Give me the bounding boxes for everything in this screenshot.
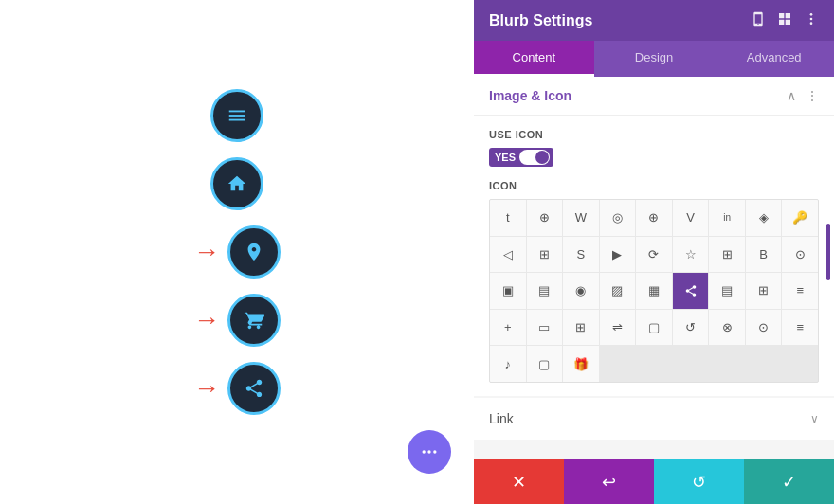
- use-icon-label: Use Icon: [489, 129, 819, 140]
- fab-button[interactable]: [408, 430, 451, 474]
- red-arrow-share: →: [193, 375, 220, 402]
- panel-header: Blurb Settings: [474, 0, 834, 41]
- svg-point-6: [810, 13, 813, 16]
- icon-cell-vimeo[interactable]: V: [673, 200, 709, 236]
- canvas-icon-share[interactable]: [227, 362, 281, 415]
- tab-design[interactable]: Design: [594, 41, 715, 77]
- icon-cell-music[interactable]: ♪: [490, 346, 526, 382]
- icon-cell-share-selected[interactable]: [673, 273, 709, 309]
- icon-cell-text[interactable]: ▤: [709, 273, 745, 309]
- icon-cell-linkedin[interactable]: in: [709, 200, 745, 236]
- icon-cell-share2[interactable]: ◁: [490, 237, 526, 273]
- icon-cell-check[interactable]: ⊗: [709, 310, 745, 346]
- icon-grid: t ⊕ W ◎ ⊕ V in ◈ 🔑 ◁ ⊞ S ▶ ⟳ ☆ ⊞: [489, 199, 819, 383]
- panel-title: Blurb Settings: [489, 12, 592, 29]
- section-header: Image & Icon ∧ ⋮: [474, 77, 834, 116]
- canvas-icon-menu[interactable]: [210, 89, 263, 142]
- icon-cell-laptop[interactable]: ▢: [527, 346, 563, 382]
- icon-cell-box[interactable]: ⊞: [527, 237, 563, 273]
- icon-cell-window[interactable]: ▭: [527, 310, 563, 346]
- tab-content[interactable]: Content: [474, 41, 594, 77]
- settings-panel: Blurb Settings Content Design Advanced I…: [474, 0, 834, 504]
- icon-cell-clock[interactable]: ↺: [673, 310, 709, 346]
- red-arrow-cart: →: [193, 307, 220, 333]
- svg-point-8: [810, 22, 813, 25]
- svg-rect-0: [229, 111, 245, 113]
- svg-rect-1: [229, 115, 245, 117]
- undo-button[interactable]: ↩: [564, 459, 654, 504]
- icon-cell-refresh[interactable]: ⟳: [636, 237, 672, 273]
- layout-icon[interactable]: [777, 11, 792, 29]
- icon-cell-yt[interactable]: ▶: [600, 237, 636, 273]
- icon-cell-gift[interactable]: 🎁: [563, 346, 599, 382]
- use-icon-toggle[interactable]: YES: [489, 148, 553, 167]
- arrow-row-share: →: [193, 362, 281, 415]
- link-section: Link ∨: [474, 398, 834, 440]
- icon-cell-star[interactable]: ☆: [673, 237, 709, 273]
- icon-field-label: Icon: [489, 180, 819, 191]
- icon-cell-wordpress[interactable]: W: [563, 200, 599, 236]
- chevron-down-icon: ∨: [810, 412, 819, 425]
- icon-cell-sq1[interactable]: ▣: [490, 273, 526, 309]
- red-arrow-location: →: [193, 239, 220, 265]
- icon-cell-ring[interactable]: ⊙: [746, 310, 782, 346]
- more-options-icon[interactable]: [804, 11, 819, 29]
- icon-cell-rss[interactable]: ◈: [746, 200, 782, 236]
- icon-cell-g[interactable]: ⊕: [636, 200, 672, 236]
- canvas-icon-location[interactable]: [227, 225, 281, 279]
- location-icon: [244, 242, 264, 262]
- tab-advanced[interactable]: Advanced: [714, 41, 834, 77]
- icon-cell-instagram[interactable]: ◎: [600, 200, 636, 236]
- icon-cell-key[interactable]: 🔑: [782, 200, 818, 236]
- svg-point-4: [427, 450, 430, 453]
- icon-cell-rss2[interactable]: ◉: [563, 273, 599, 309]
- section-more-icon[interactable]: ⋮: [806, 88, 819, 103]
- svg-point-7: [810, 18, 813, 21]
- icon-cell-list[interactable]: ≡: [782, 273, 818, 309]
- svg-rect-2: [229, 119, 245, 121]
- image-icon-section: Image & Icon ∧ ⋮ Use Icon YES Icon: [474, 77, 834, 396]
- link-title: Link: [489, 411, 514, 426]
- icon-cell-monitor[interactable]: ▢: [636, 310, 672, 346]
- toggle-thumb: [535, 151, 549, 164]
- canvas-icon-cart[interactable]: [227, 294, 281, 347]
- svg-point-5: [433, 450, 436, 453]
- icon-cell-tumblr[interactable]: t: [490, 200, 526, 236]
- cancel-button[interactable]: ✕: [474, 459, 564, 504]
- tabs: Content Design Advanced: [474, 41, 834, 77]
- cart-icon: [244, 310, 264, 331]
- arrow-row-location: →: [193, 225, 281, 279]
- save-button[interactable]: ✓: [744, 459, 834, 504]
- collapse-icon[interactable]: ∧: [787, 88, 796, 103]
- canvas-area: → → →: [0, 0, 474, 504]
- icon-cell-skype[interactable]: S: [563, 237, 599, 273]
- icon-cell-sq2[interactable]: ▤: [527, 273, 563, 309]
- header-icons: [751, 11, 819, 29]
- icon-cell-img[interactable]: ▨: [600, 273, 636, 309]
- icon-cell-table[interactable]: ⊞: [746, 273, 782, 309]
- arrow-row-cart: →: [193, 294, 281, 347]
- home-icon: [227, 173, 247, 194]
- more-icon: [420, 442, 439, 461]
- redo-icon: ↺: [692, 472, 706, 493]
- share-icon: [244, 378, 264, 399]
- icon-cell-lines[interactable]: ≡: [782, 310, 818, 346]
- bottom-toolbar: ✕ ↩ ↺ ✓: [474, 459, 834, 504]
- icon-cell-arrows[interactable]: ⇌: [600, 310, 636, 346]
- undo-icon: ↩: [602, 472, 616, 493]
- icon-cell-blogger[interactable]: B: [746, 237, 782, 273]
- link-section-header[interactable]: Link ∨: [474, 398, 834, 440]
- redo-button[interactable]: ↺: [654, 459, 744, 504]
- section-controls: ∧ ⋮: [787, 88, 819, 103]
- responsive-icon[interactable]: [751, 11, 766, 29]
- icon-cell-grid2[interactable]: ⊞: [709, 237, 745, 273]
- panel-content: Image & Icon ∧ ⋮ Use Icon YES Icon: [474, 77, 834, 459]
- canvas-icon-home[interactable]: [210, 157, 263, 210]
- icon-cell-plus[interactable]: +: [490, 310, 526, 346]
- icon-cell-tbl[interactable]: ⊞: [563, 310, 599, 346]
- icon-cell-tablet[interactable]: ▦: [636, 273, 672, 309]
- save-icon: ✓: [782, 472, 796, 493]
- icon-cell-circle[interactable]: ⊙: [782, 237, 818, 273]
- scroll-indicator: [826, 224, 830, 280]
- icon-cell-stumble[interactable]: ⊕: [527, 200, 563, 236]
